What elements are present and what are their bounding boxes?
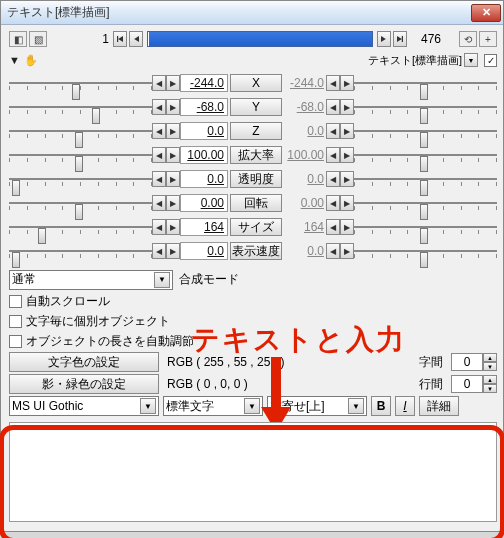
align-combo[interactable]: 左寄せ[上]▼ (267, 396, 367, 416)
param-dec[interactable]: ◀ (152, 99, 166, 115)
param-name-button[interactable]: 透明度 (230, 170, 282, 188)
param-dec-r[interactable]: ◀ (326, 75, 340, 91)
param-dec[interactable]: ◀ (152, 147, 166, 163)
blend-mode-combo[interactable]: 通常 ▼ (9, 270, 173, 290)
param-dec[interactable]: ◀ (152, 75, 166, 91)
param-slider-left[interactable] (9, 121, 152, 141)
param-value-left[interactable]: 0.0 (180, 242, 228, 260)
param-inc[interactable]: ▶ (166, 219, 180, 235)
char-spacing-input[interactable] (451, 353, 483, 371)
param-dec-r[interactable]: ◀ (326, 219, 340, 235)
param-inc[interactable]: ▶ (166, 195, 180, 211)
param-dec-r[interactable]: ◀ (326, 171, 340, 187)
param-value-left[interactable]: 0.0 (180, 122, 228, 140)
param-inc[interactable]: ▶ (166, 171, 180, 187)
param-slider-right[interactable] (354, 121, 497, 141)
param-dec-r[interactable]: ◀ (326, 99, 340, 115)
effect-enable-check[interactable]: ✓ (484, 54, 497, 67)
font-combo[interactable]: MS UI Gothic▼ (9, 396, 159, 416)
frame-next-fast[interactable] (393, 31, 407, 47)
param-slider-right[interactable] (354, 73, 497, 93)
frame-next[interactable] (377, 31, 391, 47)
param-value-left[interactable]: -244.0 (180, 74, 228, 92)
param-inc[interactable]: ▶ (166, 123, 180, 139)
param-dec-r[interactable]: ◀ (326, 147, 340, 163)
autoscroll-check[interactable] (9, 295, 22, 308)
hand-icon[interactable]: ✋ (24, 54, 38, 67)
param-dec[interactable]: ◀ (152, 243, 166, 259)
param-value-right: 164 (284, 220, 326, 234)
param-inc-r[interactable]: ▶ (340, 99, 354, 115)
bold-button[interactable]: B (371, 396, 391, 416)
param-slider-left[interactable] (9, 241, 152, 261)
param-inc[interactable]: ▶ (166, 243, 180, 259)
param-value-left[interactable]: 100.00 (180, 146, 228, 164)
shadow-color-button[interactable]: 影・緑色の設定 (9, 374, 159, 394)
param-slider-right[interactable] (354, 145, 497, 165)
param-inc-r[interactable]: ▶ (340, 195, 354, 211)
perchar-check[interactable] (9, 315, 22, 328)
line-spacing-down[interactable]: ▼ (483, 384, 497, 393)
font-type-combo[interactable]: 標準文字▼ (163, 396, 263, 416)
param-inc-r[interactable]: ▶ (340, 147, 354, 163)
frame-current-input[interactable] (81, 31, 111, 47)
param-dec[interactable]: ◀ (152, 171, 166, 187)
param-inc-r[interactable]: ▶ (340, 75, 354, 91)
toggle-icon-2[interactable]: ▧ (29, 31, 47, 47)
param-inc[interactable]: ▶ (166, 75, 180, 91)
param-slider-left[interactable] (9, 73, 152, 93)
autolen-check[interactable] (9, 335, 22, 348)
param-inc-r[interactable]: ▶ (340, 171, 354, 187)
param-slider-left[interactable] (9, 193, 152, 213)
char-spacing-up[interactable]: ▲ (483, 353, 497, 362)
param-dec[interactable]: ◀ (152, 195, 166, 211)
frame-total-input[interactable] (409, 31, 443, 47)
param-inc[interactable]: ▶ (166, 99, 180, 115)
detail-button[interactable]: 詳細 (419, 396, 459, 416)
close-button[interactable]: ✕ (471, 4, 501, 22)
param-slider-right[interactable] (354, 97, 497, 117)
param-slider-left[interactable] (9, 145, 152, 165)
add-icon[interactable]: + (479, 31, 497, 47)
frame-prev[interactable] (129, 31, 143, 47)
param-slider-left[interactable] (9, 97, 152, 117)
param-name-button[interactable]: Z (230, 122, 282, 140)
param-slider-right[interactable] (354, 193, 497, 213)
param-slider-left[interactable] (9, 217, 152, 237)
effect-dropdown-icon[interactable]: ▼ (464, 53, 478, 67)
param-dec-r[interactable]: ◀ (326, 195, 340, 211)
param-dec-r[interactable]: ◀ (326, 123, 340, 139)
param-slider-right[interactable] (354, 169, 497, 189)
param-value-left[interactable]: 164 (180, 218, 228, 236)
param-inc-r[interactable]: ▶ (340, 123, 354, 139)
param-inc[interactable]: ▶ (166, 147, 180, 163)
param-name-button[interactable]: 回転 (230, 194, 282, 212)
loop-icon[interactable]: ⟲ (459, 31, 477, 47)
text-color-button[interactable]: 文字色の設定 (9, 352, 159, 372)
param-name-button[interactable]: Y (230, 98, 282, 116)
param-slider-left[interactable] (9, 169, 152, 189)
line-spacing-up[interactable]: ▲ (483, 375, 497, 384)
param-inc-r[interactable]: ▶ (340, 243, 354, 259)
text-input-area[interactable] (9, 422, 497, 522)
param-dec[interactable]: ◀ (152, 123, 166, 139)
param-dec[interactable]: ◀ (152, 219, 166, 235)
param-value-left[interactable]: 0.0 (180, 170, 228, 188)
param-slider-right[interactable] (354, 241, 497, 261)
timeline-slider[interactable] (147, 31, 373, 47)
param-name-button[interactable]: 拡大率 (230, 146, 282, 164)
param-name-button[interactable]: サイズ (230, 218, 282, 236)
param-value-left[interactable]: -68.0 (180, 98, 228, 116)
param-dec-r[interactable]: ◀ (326, 243, 340, 259)
param-name-button[interactable]: 表示速度 (230, 242, 282, 260)
param-inc-r[interactable]: ▶ (340, 219, 354, 235)
italic-button[interactable]: I (395, 396, 415, 416)
expand-icon[interactable]: ▼ (9, 54, 20, 66)
char-spacing-down[interactable]: ▼ (483, 362, 497, 371)
param-value-left[interactable]: 0.00 (180, 194, 228, 212)
param-slider-right[interactable] (354, 217, 497, 237)
toggle-icon-1[interactable]: ◧ (9, 31, 27, 47)
param-name-button[interactable]: X (230, 74, 282, 92)
frame-prev-fast[interactable] (113, 31, 127, 47)
line-spacing-input[interactable] (451, 375, 483, 393)
